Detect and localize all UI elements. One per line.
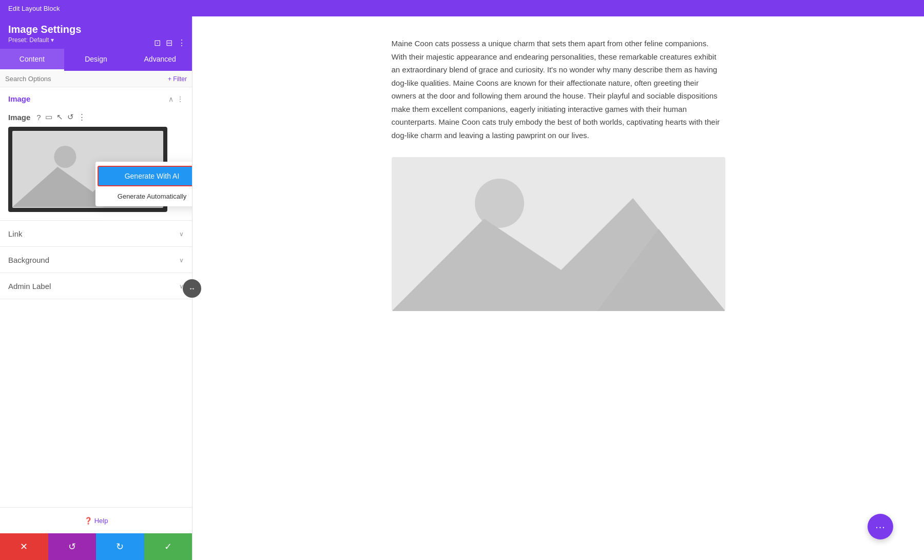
generate-automatically-button[interactable]: Generate Automatically	[95, 188, 192, 204]
link-chevron-icon[interactable]	[179, 229, 184, 238]
sidebar-title: Image Settings	[8, 24, 184, 35]
more-vertical-icon[interactable]: ⋮	[178, 38, 186, 48]
sidebar-footer: ❓ Help	[0, 507, 192, 533]
section-link-header[interactable]: Link	[0, 221, 192, 246]
sidebar: Image Settings Preset: Default ▾ ⊡ ⊟ ⋮ C…	[0, 16, 192, 560]
sidebar-tabs: Content Design Advanced	[0, 49, 192, 71]
image-toolbar: Image ? ▭ ↖ ↺ ⋮	[8, 110, 184, 127]
image-label: Image	[8, 113, 30, 122]
redo-button[interactable]: ↻	[96, 533, 144, 560]
section-background-header[interactable]: Background	[0, 247, 192, 273]
top-bar: Edit Layout Block	[0, 0, 924, 16]
section-image: Image ∧ ⋮ Image ? ▭ ↖ ↺	[0, 87, 192, 221]
ai-dropdown: Generate With AI Generate Automatically	[95, 162, 192, 206]
section-background: Background	[0, 247, 192, 273]
sidebar-header: Image Settings Preset: Default ▾ ⊡ ⊟ ⋮	[0, 16, 192, 49]
section-link-title: Link	[8, 229, 23, 238]
section-more-icon[interactable]: ⋮	[177, 95, 184, 103]
top-bar-label: Edit Layout Block	[8, 5, 60, 12]
tab-advanced[interactable]: Advanced	[128, 49, 192, 71]
help-circle-icon: ❓	[84, 517, 92, 525]
section-admin-label-header[interactable]: Admin Label	[0, 273, 192, 299]
toolbar-more-icon[interactable]: ⋮	[78, 112, 86, 122]
save-button[interactable]: ✓	[144, 533, 192, 560]
rotate-icon[interactable]: ↺	[67, 112, 74, 122]
help-icon[interactable]: ?	[36, 113, 41, 122]
sidebar-content: Image ∧ ⋮ Image ? ▭ ↖ ↺	[0, 87, 192, 507]
section-image-header[interactable]: Image ∧ ⋮	[0, 87, 192, 110]
cursor-icon[interactable]: ↖	[56, 112, 63, 122]
main-content: Maine Coon cats possess a unique charm t…	[192, 16, 924, 560]
filter-button[interactable]: + Filter	[168, 75, 187, 83]
section-link: Link	[0, 221, 192, 247]
content-text: Maine Coon cats possess a unique charm t…	[392, 37, 725, 142]
tablet-icon[interactable]: ▭	[45, 112, 52, 122]
search-input[interactable]	[5, 75, 168, 83]
section-admin-label: Admin Label	[0, 273, 192, 299]
undo-button[interactable]: ↺	[48, 533, 97, 560]
cancel-button[interactable]: ✕	[0, 533, 48, 560]
section-background-title: Background	[8, 256, 49, 264]
fab-button[interactable]: ···	[868, 514, 893, 539]
svg-point-1	[54, 146, 76, 168]
sidebar-header-icons: ⊡ ⊟ ⋮	[154, 38, 186, 48]
collapse-icon[interactable]: ∧	[168, 95, 174, 103]
tab-content[interactable]: Content	[0, 49, 64, 71]
section-image-title: Image	[8, 94, 30, 103]
bottom-bar: ✕ ↺ ↻ ✓	[0, 533, 192, 560]
layout-icon[interactable]: ⊟	[166, 38, 172, 48]
tab-design[interactable]: Design	[64, 49, 128, 71]
help-link[interactable]: ❓ Help	[84, 517, 108, 525]
image-placeholder-wrapper: AI ↺ 🗑 ⊞	[8, 127, 167, 212]
background-chevron-icon[interactable]	[179, 255, 184, 264]
sidebar-search: + Filter	[0, 71, 192, 87]
section-admin-label-title: Admin Label	[8, 282, 51, 291]
generate-with-ai-button[interactable]: Generate With AI	[98, 166, 192, 186]
image-section-body: Image ? ▭ ↖ ↺ ⋮ AI ↺ 🗑	[0, 110, 192, 220]
large-image-placeholder	[392, 157, 725, 311]
resize-icon[interactable]: ⊡	[154, 38, 161, 48]
